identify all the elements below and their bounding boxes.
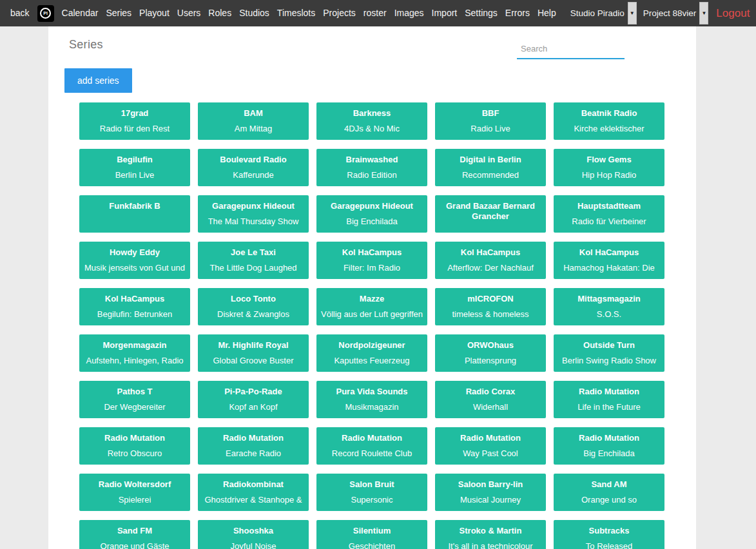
series-card[interactable]: BBF Radio Live (435, 102, 546, 140)
series-card[interactable]: Radio Mutation Life in the Future (554, 381, 664, 418)
series-card[interactable]: Kol HaCampus Hamachog Hakatan: Die (554, 242, 664, 279)
series-card-subtitle: Record Roulette Club (320, 448, 423, 458)
series-card[interactable]: Radiokombinat Ghostdriver & Stanhope & (198, 474, 309, 511)
series-card[interactable]: Radio Mutation Record Roulette Club (316, 427, 427, 465)
series-card-subtitle: Geschichten (320, 541, 423, 549)
studio-select-label[interactable]: Studio Piradio (567, 8, 626, 18)
series-card[interactable]: Begilufin Berlin Live (79, 149, 190, 186)
nav-link-settings[interactable]: Settings (461, 0, 501, 26)
nav-link-studios[interactable]: Studios (235, 0, 273, 26)
series-card[interactable]: Silentium Geschichten (316, 520, 427, 549)
series-card[interactable]: Garagepunx Hideout Big Enchilada (316, 195, 427, 233)
logout-link[interactable]: Logout (711, 7, 755, 20)
series-card[interactable]: Sand AM Orange und so (554, 474, 664, 511)
series-card-subtitle: Big Enchilada (320, 217, 423, 226)
nav-link-roster[interactable]: roster (360, 0, 391, 26)
series-card[interactable]: Salon Bruit Supersonic (316, 474, 427, 511)
add-series-button[interactable]: add series (64, 68, 132, 93)
series-card[interactable]: Mr. Highlife Royal Global Groove Buster (198, 334, 309, 372)
series-card[interactable]: Outside Turn Berlin Swing Radio Show (554, 334, 664, 372)
series-card-subtitle: The Mal Thursday Show (202, 217, 305, 226)
series-card[interactable]: BAM Am Mittag (198, 102, 309, 140)
series-card[interactable]: Radio Mutation Earache Radio (198, 427, 309, 465)
series-card[interactable]: Grand Bazaar Bernard Grancher (435, 195, 546, 233)
series-card-subtitle: Global Groove Buster (202, 356, 305, 365)
series-card-title: Joe Le Taxi (202, 247, 305, 258)
series-card-subtitle: Begilufin: Betrunken (83, 309, 186, 319)
series-card[interactable]: Pathos T Der Wegbereiter (79, 381, 190, 418)
series-card-subtitle: Diskret & Zwanglos (202, 309, 305, 319)
series-card-title: Funkfabrik B (83, 201, 186, 211)
nav-link-roles[interactable]: Roles (204, 0, 235, 26)
nav-link-series[interactable]: Series (102, 0, 135, 26)
series-card[interactable]: Howdy Eddy Musik jenseits von Gut und (79, 242, 190, 279)
series-card[interactable]: ORWOhaus Plattensprung (435, 334, 546, 372)
series-card-subtitle: Berlin Swing Radio Show (557, 356, 661, 365)
series-card[interactable]: Brainwashed Radio Edition (316, 149, 427, 186)
search-input[interactable] (517, 40, 625, 59)
series-card-title: Nordpolzigeuner (320, 340, 423, 351)
series-card-subtitle: It's all in a technicolour (439, 541, 542, 549)
series-card[interactable]: Digital in Berlin Recommended (435, 149, 546, 186)
series-card[interactable]: Radio Corax Widerhall (435, 381, 546, 418)
nav-link-timeslots[interactable]: Timeslots (273, 0, 319, 26)
series-card[interactable]: Boulevard Radio Kafferunde (198, 149, 309, 186)
nav-link-projects[interactable]: Projects (319, 0, 360, 26)
series-card[interactable]: Sand FM Orange und Gäste (79, 520, 190, 549)
project-dropdown-button[interactable]: ▼ (699, 2, 708, 24)
series-card-title: Stroko & Martin (439, 526, 542, 536)
series-card[interactable]: Pi-Pa-Po-Rade Kopf an Kopf (198, 381, 309, 418)
nav-link-errors[interactable]: Errors (501, 0, 534, 26)
series-card[interactable]: Radio Woltersdorf Spielerei (79, 474, 190, 511)
series-card[interactable]: Nordpolzigeuner Kaputtes Feuerzeug (316, 334, 427, 372)
series-card[interactable]: Flow Gems Hip Hop Radio (554, 149, 664, 186)
series-card[interactable]: Kol HaCampus Begilufin: Betrunken (79, 288, 190, 325)
series-card-title: Outside Turn (557, 340, 661, 351)
series-card[interactable]: Radio Mutation Way Past Cool (435, 427, 546, 465)
series-card-title: Kol HaCampus (439, 247, 542, 258)
top-navbar: back PI CalendarSeriesPlayoutUsersRolesS… (0, 0, 756, 26)
nav-link-help[interactable]: Help (534, 0, 560, 26)
series-card[interactable]: Pura Vida Sounds Musikmagazin (316, 381, 427, 418)
series-card-title: Loco Tonto (202, 294, 305, 304)
series-card[interactable]: Stroko & Martin It's all in a technicolo… (435, 520, 546, 549)
series-card[interactable]: Kol HaCampus Afterflow: Der Nachlauf (435, 242, 546, 279)
piradio-logo[interactable]: PI (37, 5, 54, 22)
series-card[interactable]: Kol HaCampus Filter: Im Radio (316, 242, 427, 279)
nav-link-users[interactable]: Users (173, 0, 205, 26)
series-card[interactable]: 17grad Radio für den Rest (79, 102, 190, 140)
series-card[interactable]: mICROFON timeless & homeless (435, 288, 546, 325)
series-card-subtitle: Orange und Gäste (83, 541, 186, 549)
series-card[interactable]: Mittagsmagazin S.O.S. (554, 288, 664, 325)
series-card-subtitle: S.O.S. (557, 309, 661, 319)
nav-link-calendar[interactable]: Calendar (58, 0, 102, 26)
series-card[interactable]: Joe Le Taxi The Little Dog Laughed (198, 242, 309, 279)
series-card[interactable]: Barkness 4DJs & No Mic (316, 102, 427, 140)
series-card[interactable]: Subtracks To Released (554, 520, 664, 549)
nav-link-playout[interactable]: Playout (135, 0, 173, 26)
studio-dropdown-button[interactable]: ▼ (628, 2, 637, 24)
nav-link-images[interactable]: Images (391, 0, 428, 26)
series-card[interactable]: Hauptstadtteam Radio für Vierbeiner (554, 195, 664, 233)
project-select-label[interactable]: Project 88vier (639, 8, 698, 18)
nav-links: CalendarSeriesPlayoutUsersRolesStudiosTi… (58, 0, 560, 26)
nav-link-import[interactable]: Import (428, 0, 461, 26)
series-card[interactable]: Radio Mutation Retro Obscuro (79, 427, 190, 465)
series-card-subtitle: Kafferunde (202, 170, 305, 180)
series-card[interactable]: Shooshka Joyful Noise (198, 520, 309, 549)
series-card[interactable]: Beatnik Radio Kirche eklektischer (554, 102, 664, 140)
series-card[interactable]: Loco Tonto Diskret & Zwanglos (198, 288, 309, 325)
series-card[interactable]: Saloon Barry-lin Musical Journey (435, 474, 546, 511)
series-card-title: Boulevard Radio (202, 155, 305, 165)
series-card-title: BBF (439, 108, 542, 119)
series-card[interactable]: Morgenmagazin Aufstehn, Hinlegen, Radio (79, 334, 190, 372)
series-card-subtitle: Spielerei (83, 495, 186, 505)
series-card-title: mICROFON (439, 294, 542, 304)
series-card[interactable]: Garagepunx Hideout The Mal Thursday Show (198, 195, 309, 233)
series-page-panel: Series add series 17grad Radio für den R… (48, 26, 696, 549)
back-link[interactable]: back (6, 0, 34, 26)
series-card[interactable]: Funkfabrik B (79, 195, 190, 233)
series-card[interactable]: Mazze Völlig aus der Luft gegriffen (316, 288, 427, 325)
series-card[interactable]: Radio Mutation Big Enchilada (554, 427, 664, 465)
series-card-subtitle: Recommended (439, 170, 542, 180)
